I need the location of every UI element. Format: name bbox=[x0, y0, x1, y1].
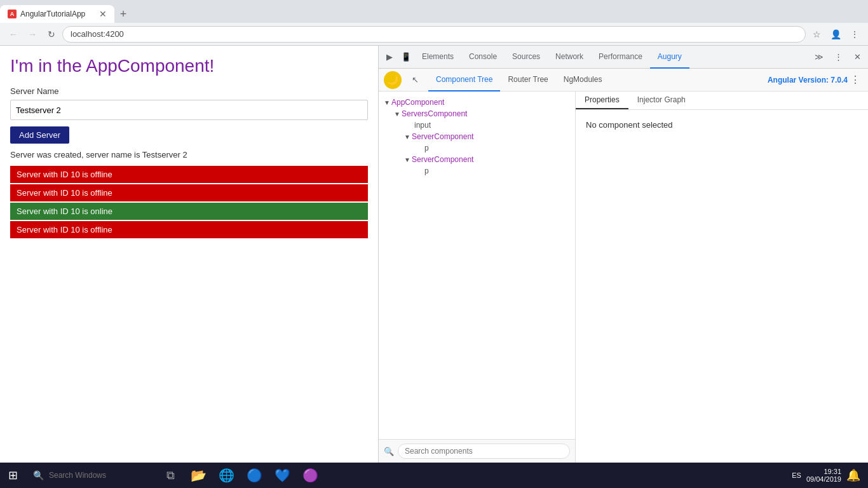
extensions-button[interactable]: ⋮ bbox=[846, 26, 863, 43]
browser-actions: ☆ 👤 ⋮ bbox=[808, 26, 863, 43]
vscode-icon: 💙 bbox=[275, 468, 290, 483]
augury-header: 🌙 ↖ Component Tree Router Tree NgModules… bbox=[379, 69, 868, 92]
devtools-panel: ▶ 📱 Elements Console Sources Network Per… bbox=[378, 46, 868, 463]
server-item: Server with ID 10 is offline bbox=[10, 184, 368, 201]
tab-console[interactable]: Console bbox=[461, 46, 505, 69]
taskbar-time-display: 19:31 bbox=[806, 468, 841, 475]
tab-close-button[interactable]: ✕ bbox=[99, 10, 107, 18]
tree-node-appcomponent: ▼ AppComponent ▼ ServersComponent bbox=[381, 97, 573, 177]
tree-row-appcomponent[interactable]: ▼ AppComponent bbox=[381, 97, 573, 108]
tree-component-label: AppComponent bbox=[391, 98, 444, 107]
taskbar-file-explorer[interactable]: 📂 bbox=[186, 463, 211, 488]
no-component-message: No component selected bbox=[576, 110, 868, 140]
tab-favicon: A bbox=[8, 10, 17, 18]
task-view-icon: ⧉ bbox=[166, 469, 175, 482]
taskbar-language: ES bbox=[792, 471, 801, 479]
main-area: I'm in the AppComponent! Server Name Add… bbox=[0, 46, 868, 463]
taskbar-edge[interactable]: 🌐 bbox=[214, 463, 239, 488]
taskbar-task-view[interactable]: ⧉ bbox=[158, 463, 183, 488]
server-created-message: Server was created, server name is Tests… bbox=[10, 150, 368, 159]
tab-injector-graph[interactable]: Injector Graph bbox=[628, 92, 695, 109]
properties-panel: Properties Injector Graph No component s… bbox=[576, 92, 868, 463]
start-button[interactable]: ⊞ bbox=[0, 463, 25, 488]
tree-arrow-servercomponent-1: ▼ bbox=[404, 133, 412, 140]
tab-performance[interactable]: Performance bbox=[591, 46, 650, 69]
search-icon: 🔍 bbox=[384, 447, 394, 456]
tree-arrow-appcomponent: ▼ bbox=[384, 99, 391, 106]
address-bar[interactable]: localhost:4200 bbox=[62, 26, 806, 43]
tree-row-servercomponent-2[interactable]: ▼ ServerComponent bbox=[402, 154, 573, 165]
taskbar-chrome[interactable]: 🔵 bbox=[241, 463, 267, 488]
augury-tab-ngmodules[interactable]: NgModules bbox=[556, 69, 610, 92]
server-item: Server with ID 10 is offline bbox=[10, 166, 368, 183]
bookmark-button[interactable]: ☆ bbox=[808, 26, 825, 43]
forward-button[interactable]: → bbox=[24, 26, 41, 43]
augury-cursor-button[interactable]: ↖ bbox=[407, 72, 423, 88]
start-icon: ⊞ bbox=[8, 468, 18, 482]
devtools-device-button[interactable]: 📱 bbox=[398, 49, 414, 65]
onenote-icon: 🟣 bbox=[302, 468, 318, 483]
browser-chrome: A AngularTutorialApp ✕ + ← → ↻ localhost… bbox=[0, 0, 868, 46]
back-button[interactable]: ← bbox=[5, 26, 22, 43]
tab-title: AngularTutorialApp bbox=[20, 10, 95, 18]
tree-node-serverscomponent: ▼ ServersComponent input bbox=[391, 108, 573, 177]
tree-node-servercomponent-2: ▼ ServerComponent p bbox=[402, 154, 573, 177]
augury-settings-button[interactable]: ⋮ bbox=[848, 74, 863, 86]
tab-properties[interactable]: Properties bbox=[576, 92, 628, 109]
taskbar-vscode[interactable]: 💙 bbox=[269, 463, 295, 488]
server-item: Server with ID 10 is online bbox=[10, 203, 368, 220]
augury-tab-component-tree[interactable]: Component Tree bbox=[428, 69, 500, 92]
server-name-input[interactable] bbox=[10, 100, 368, 120]
edge-icon: 🌐 bbox=[219, 468, 234, 483]
tree-row-input[interactable]: input bbox=[402, 119, 573, 131]
taskbar-search-icon: 🔍 bbox=[33, 470, 44, 480]
tree-row-servercomponent-1[interactable]: ▼ ServerComponent bbox=[402, 131, 573, 142]
reload-button[interactable]: ↻ bbox=[43, 26, 60, 43]
tree-component-label: ServerComponent bbox=[412, 155, 473, 164]
server-list: Server with ID 10 is offline Server with… bbox=[10, 166, 368, 238]
new-tab-button[interactable]: + bbox=[114, 5, 132, 23]
app-heading: I'm in the AppComponent! bbox=[10, 56, 368, 76]
tree-element-input: input bbox=[412, 121, 431, 130]
taskbar-search[interactable]: 🔍 bbox=[25, 463, 153, 488]
devtools-close-button[interactable]: ✕ bbox=[849, 49, 865, 65]
tab-network[interactable]: Network bbox=[548, 46, 591, 69]
tree-node-servercomponent-1: ▼ ServerComponent p bbox=[402, 131, 573, 154]
taskbar-onenote[interactable]: 🟣 bbox=[297, 463, 323, 488]
tree-children-appcomponent: ▼ ServersComponent input bbox=[381, 108, 573, 177]
profile-button[interactable]: 👤 bbox=[827, 26, 844, 43]
tab-elements[interactable]: Elements bbox=[414, 46, 461, 69]
taskbar-search-input[interactable] bbox=[49, 471, 145, 480]
tree-children-servercomponent-1: p bbox=[402, 142, 573, 154]
search-components-input[interactable] bbox=[398, 444, 570, 459]
tab-augury[interactable]: Augury bbox=[650, 46, 689, 69]
devtools-more: ≫ ⋮ ✕ bbox=[811, 49, 865, 65]
tree-arrow-servercomponent-2: ▼ bbox=[404, 156, 412, 163]
taskbar-datetime: 19:31 09/04/2019 bbox=[806, 468, 841, 483]
browser-controls: ← → ↻ localhost:4200 ☆ 👤 ⋮ bbox=[0, 23, 868, 46]
taskbar-right: ES 19:31 09/04/2019 🔔 bbox=[784, 468, 868, 483]
tab-bar: A AngularTutorialApp ✕ + bbox=[0, 0, 868, 23]
active-tab[interactable]: A AngularTutorialApp ✕ bbox=[0, 5, 114, 23]
tree-row-p-2[interactable]: p bbox=[412, 165, 573, 177]
tree-row-serverscomponent[interactable]: ▼ ServersComponent bbox=[391, 108, 573, 119]
notification-bell-icon[interactable]: 🔔 bbox=[846, 468, 860, 482]
augury-logo: 🌙 bbox=[384, 71, 402, 89]
properties-tab-bar: Properties Injector Graph bbox=[576, 92, 868, 110]
server-name-label: Server Name bbox=[10, 86, 368, 96]
augury-content: 🌙 ↖ Component Tree Router Tree NgModules… bbox=[379, 69, 868, 463]
taskbar-date-display: 09/04/2019 bbox=[806, 475, 841, 483]
devtools-menu-button[interactable]: ⋮ bbox=[830, 49, 846, 65]
file-explorer-icon: 📂 bbox=[191, 468, 207, 483]
add-server-button[interactable]: Add Server bbox=[10, 126, 69, 144]
augury-tab-router-tree[interactable]: Router Tree bbox=[500, 69, 555, 92]
tree-arrow-serverscomponent: ▼ bbox=[394, 111, 402, 118]
search-bar: 🔍 bbox=[379, 439, 575, 463]
tree-children-serverscomponent: input ▼ ServerComponent bbox=[391, 119, 573, 177]
tab-sources[interactable]: Sources bbox=[505, 46, 548, 69]
tree-row-p-1[interactable]: p bbox=[412, 142, 573, 154]
tree-element-p-1: p bbox=[422, 144, 429, 152]
devtools-inspect-button[interactable]: ▶ bbox=[381, 49, 398, 65]
devtools-more-button[interactable]: ≫ bbox=[811, 49, 827, 65]
tree-children-servercomponent-2: p bbox=[402, 165, 573, 177]
